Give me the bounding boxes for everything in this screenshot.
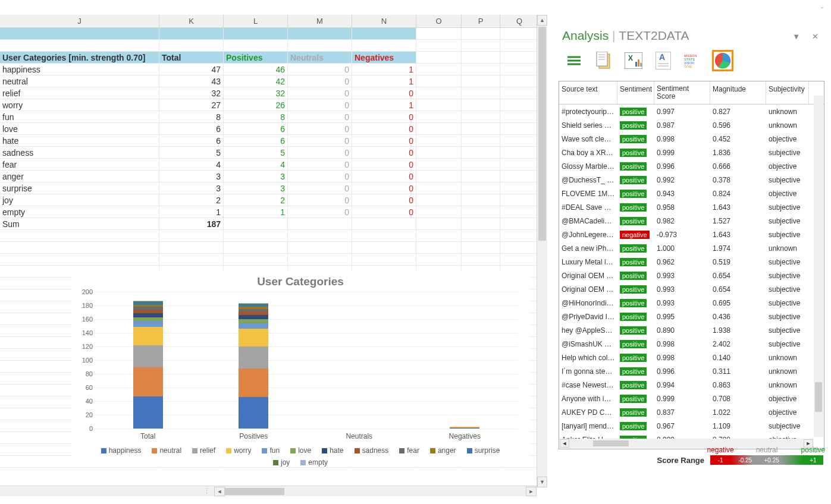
table-row[interactable]: love6600 xyxy=(0,123,547,135)
table-header-row: User Categories [min. strength 0.70] Tot… xyxy=(0,52,547,64)
panel-hscroll-thumb[interactable] xyxy=(593,440,629,446)
svg-rect-11 xyxy=(638,59,639,67)
menu-icon[interactable] xyxy=(563,50,585,71)
svg-text:X: X xyxy=(628,54,633,62)
sentiment-row[interactable]: Glossy Marble IM...positive0.9960.666obj… xyxy=(559,159,824,173)
panel-menu-icon[interactable]: ▼ xyxy=(792,32,800,41)
sentiment-row[interactable]: FLOVEME 1M M...positive0.9430.824objecti… xyxy=(559,187,824,200)
bar-negatives xyxy=(450,427,479,429)
legend-empty: empty xyxy=(300,458,328,467)
legend-joy: joy xyxy=(273,458,290,467)
sentiment-row[interactable]: Anyone with iPho...positive0.9990.708obj… xyxy=(559,392,824,405)
table-row[interactable]: joy2200 xyxy=(0,194,547,206)
panel-vscroll-thumb[interactable] xyxy=(815,382,822,412)
sentiment-table: Source text Sentiment Sentiment Score Ma… xyxy=(559,81,824,449)
table-row[interactable]: surprise3300 xyxy=(0,182,547,194)
sentiment-row[interactable]: Shield series soft ...positive0.9870.596… xyxy=(559,118,824,132)
scroll-down-icon[interactable]: ▼ xyxy=(537,477,547,487)
table-row[interactable]: sadness5500 xyxy=(0,147,547,159)
table-row[interactable]: hate6600 xyxy=(0,135,547,147)
vscroll-thumb[interactable] xyxy=(538,27,546,241)
hscroll-thumb[interactable] xyxy=(225,488,284,495)
col-header-j[interactable]: J xyxy=(0,15,159,27)
chart-plot: 200180160140120100806040200 xyxy=(95,292,518,429)
panel-title: Analysis | TEXT2DATA xyxy=(556,24,827,46)
sentiment-row[interactable]: Wave soft clear ...positive0.9980.452obj… xyxy=(559,132,824,146)
sentiment-row[interactable]: I´m gonna steal d...positive0.9960.311un… xyxy=(559,364,824,378)
legend-sadness: sadness xyxy=(355,446,389,455)
hscroll-track[interactable] xyxy=(225,487,526,496)
chart[interactable]: User Categories 200180160140120100806040… xyxy=(71,270,529,467)
column-headers: J K L M N O P Q xyxy=(0,15,547,28)
sentiment-row[interactable]: @BMACadelic h...positive0.9821.527subjec… xyxy=(559,214,824,228)
col-subjectivity[interactable]: Subjectivity xyxy=(766,81,809,104)
scroll-up-icon[interactable]: ▲ xyxy=(537,15,547,26)
bar-total xyxy=(133,301,163,429)
sentiment-row[interactable]: Original OEM Ear...positive0.9930.654sub… xyxy=(559,269,824,282)
table-row[interactable]: empty1100 xyxy=(0,206,547,218)
sentiment-row[interactable]: @iSmashUK You...positive0.9982.402subjec… xyxy=(559,337,824,351)
table-row[interactable]: relief323200 xyxy=(0,87,547,99)
table-row[interactable]: fear4400 xyxy=(0,159,547,171)
chart-title: User Categories xyxy=(71,270,529,292)
sentiment-row[interactable]: @PriyeDavid I w...positive0.9950.436subj… xyxy=(559,310,824,323)
sentiment-row[interactable]: @DuchessT_ I b...positive0.9920.378subje… xyxy=(559,173,824,187)
chart-legend: happinessneutralreliefworryfunlovehatesa… xyxy=(95,446,506,467)
sentiment-row[interactable]: Luxury Metal iPh...positive0.9620.519sub… xyxy=(559,255,824,269)
score-range: Score Range negative-1 -0.25 neutral+0.2… xyxy=(556,449,827,465)
col-sentiment-score[interactable]: Sentiment Score xyxy=(654,81,710,104)
col-header-n[interactable]: N xyxy=(352,15,416,27)
ribbon-chevron-icon[interactable]: ⌵ xyxy=(820,3,824,10)
svg-rect-10 xyxy=(635,62,637,67)
col-header-m[interactable]: M xyxy=(288,15,352,27)
table-row[interactable]: fun8800 xyxy=(0,111,547,123)
sentiment-row[interactable]: hey @AppleSupp...positive0.8901.938subje… xyxy=(559,323,824,337)
svg-rect-4 xyxy=(597,52,607,66)
sentiment-row[interactable]: Help which colou...positive0.9980.140unk… xyxy=(559,351,824,364)
col-header-p[interactable]: P xyxy=(462,15,500,27)
clipboard-icon[interactable] xyxy=(593,50,614,71)
panel-title-analysis: Analysis xyxy=(562,29,609,42)
wordcloud-icon[interactable]: MISSIONSTATEVISIONGOAL xyxy=(682,50,704,71)
col-magnitude[interactable]: Magnitude xyxy=(710,81,766,104)
hdr-categories: User Categories [min. strength 0.70] xyxy=(0,52,159,64)
table-row[interactable]: happiness474601 xyxy=(0,64,547,75)
sentiment-row[interactable]: #case Newest U...positive0.9940.863unkno… xyxy=(559,378,824,392)
sentiment-row[interactable]: @HiHonorIndia I...positive0.9930.695subj… xyxy=(559,296,824,310)
col-sentiment[interactable]: Sentiment xyxy=(617,81,654,104)
col-source-text[interactable]: Source text xyxy=(559,81,617,104)
panel-vscrollbar[interactable] xyxy=(814,96,823,437)
svg-text:GOAL: GOAL xyxy=(684,65,692,68)
panel-scroll-left-icon[interactable]: ◄ xyxy=(560,439,569,448)
scroll-left-icon[interactable]: ◄ xyxy=(214,487,225,496)
legend-neutral: neutral xyxy=(152,446,181,455)
panel-toolbar: X A MISSIONSTATEVISIONGOAL xyxy=(556,46,827,81)
vscrollbar[interactable]: ▲ ▼ xyxy=(537,15,547,487)
panel-close-icon[interactable]: ✕ xyxy=(812,32,819,41)
sentiment-row[interactable]: @JohnLegere I s...negative-0.9731.643sub… xyxy=(559,228,824,241)
hdr-total: Total xyxy=(159,52,224,64)
sentiment-row[interactable]: Get a new iPhon...positive1.0001.974unkn… xyxy=(559,241,824,255)
legend-worry: worry xyxy=(226,446,251,455)
sentiment-row[interactable]: Cha boy a XR is ...positive0.9991.836sub… xyxy=(559,146,824,159)
bar-positives xyxy=(239,303,268,429)
document-icon[interactable]: A xyxy=(653,50,674,71)
sentiment-row[interactable]: #protectyouripho...positive0.9970.827unk… xyxy=(559,105,824,118)
sentiment-row[interactable]: AUKEY PD Char...positive0.8371.022object… xyxy=(559,405,824,419)
scroll-right-icon[interactable]: ► xyxy=(526,487,537,496)
sheet-grip-icon[interactable]: ⋮ xyxy=(0,487,214,495)
legend-fear: fear xyxy=(399,446,419,455)
sentiment-row[interactable]: #DEAL Save 83...positive0.9581.643subjec… xyxy=(559,200,824,214)
table-row[interactable]: worry272601 xyxy=(0,99,547,111)
col-header-l[interactable]: L xyxy=(224,15,288,27)
sentiment-row[interactable]: Original OEM Ear...positive0.9930.654sub… xyxy=(559,282,824,296)
col-header-q[interactable]: Q xyxy=(500,15,539,27)
excel-chart-icon[interactable]: X xyxy=(623,50,644,71)
legend-anger: anger xyxy=(430,446,456,455)
col-header-o[interactable]: O xyxy=(416,15,462,27)
table-row[interactable]: anger3300 xyxy=(0,171,547,182)
sentiment-row[interactable]: [tanyarl] mending ...positive0.9671.109s… xyxy=(559,419,824,433)
col-header-k[interactable]: K xyxy=(159,15,224,27)
piechart-icon[interactable] xyxy=(712,50,733,71)
table-row[interactable]: neutral434201 xyxy=(0,75,547,87)
